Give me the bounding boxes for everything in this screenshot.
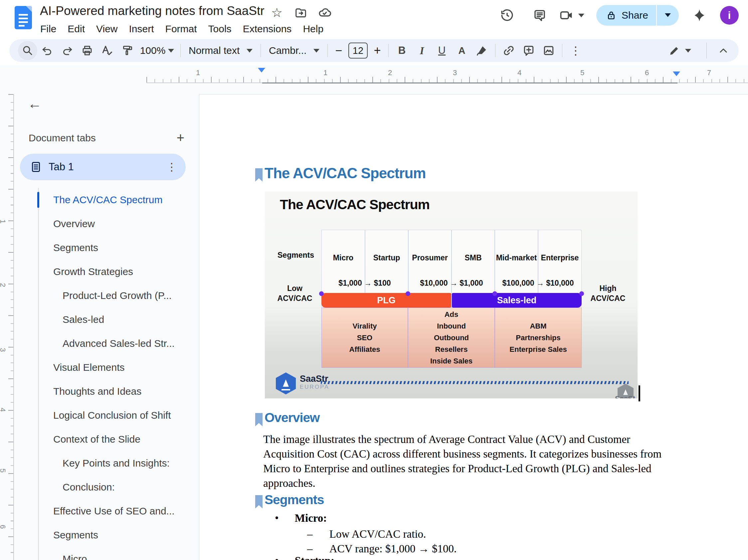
menu-file[interactable]: File bbox=[34, 21, 62, 37]
connector-dot bbox=[319, 291, 324, 296]
tab-options-kebab[interactable]: ⋮ bbox=[166, 161, 177, 173]
column-header: SMB bbox=[451, 253, 495, 262]
menu-help[interactable]: Help bbox=[297, 21, 329, 37]
gemini-sparkle-icon[interactable] bbox=[689, 5, 710, 26]
version-history-icon[interactable] bbox=[496, 5, 518, 26]
undo-button[interactable] bbox=[37, 41, 57, 60]
move-folder-icon[interactable] bbox=[294, 5, 308, 20]
outline-item[interactable]: Logical Conclusion of Shift bbox=[14, 404, 199, 427]
menu-tools[interactable]: Tools bbox=[203, 21, 237, 37]
outline-item[interactable]: Visual Elements bbox=[14, 356, 199, 380]
collapse-toolbar-button[interactable] bbox=[714, 41, 733, 60]
outline-item[interactable]: The ACV/CAC Spectrum bbox=[14, 188, 199, 212]
print-button[interactable] bbox=[77, 41, 97, 60]
document-title[interactable]: AI-Powered marketing notes from SaaStr bbox=[40, 4, 264, 18]
mid-strategies-box: Ads Inbound Outbound Resellers Inside Sa… bbox=[408, 308, 495, 368]
outline-item[interactable]: Sales-led bbox=[14, 308, 199, 332]
share-dropdown-caret[interactable] bbox=[657, 12, 679, 18]
formatting-toolbar: 100% Normal text Cambr... − 12 + B I U A bbox=[9, 39, 739, 62]
doc-heading-overview[interactable]: Overview bbox=[264, 410, 320, 425]
outline-item[interactable]: Advanced Sales-led Str... bbox=[14, 332, 199, 356]
add-comment-button[interactable] bbox=[519, 41, 539, 60]
paint-format-button[interactable] bbox=[117, 41, 137, 60]
document-page[interactable]: The ACV/CAC Spectrum The ACV/CAC Spectru… bbox=[199, 94, 748, 560]
sub-bullet-item[interactable]: – Low ACV/CAC ratio. bbox=[307, 528, 426, 540]
outline-item[interactable]: Key Points and Insights: bbox=[14, 451, 199, 475]
add-tab-button[interactable]: + bbox=[169, 130, 192, 145]
increase-font-size-button[interactable]: + bbox=[370, 41, 385, 60]
highlight-color-button[interactable] bbox=[472, 41, 492, 60]
menu-extensions[interactable]: Extensions bbox=[237, 21, 298, 37]
font-size-input[interactable]: 12 bbox=[348, 43, 368, 58]
column-header: Enterprise bbox=[538, 253, 582, 262]
outline-item[interactable]: Growth Strategies bbox=[14, 260, 199, 284]
insert-image-button[interactable] bbox=[539, 41, 559, 60]
doc-heading-acv-cac-spectrum[interactable]: The ACV/CAC Spectrum bbox=[264, 165, 426, 181]
ruler-number: 3 bbox=[0, 348, 7, 352]
dash-marker: – bbox=[307, 543, 313, 555]
embedded-slide-image[interactable]: The ACV/CAC Spectrum Segments Micro Star… bbox=[265, 192, 637, 398]
left-indent-marker[interactable] bbox=[258, 68, 265, 73]
menu-insert[interactable]: Insert bbox=[123, 21, 160, 37]
redo-button[interactable] bbox=[57, 41, 77, 60]
menu-format[interactable]: Format bbox=[160, 21, 203, 37]
outline-item[interactable]: Overview bbox=[14, 212, 199, 236]
outline-item[interactable]: Effective Use of SEO and... bbox=[14, 499, 199, 523]
outline-item[interactable]: Product-Led Growth (P... bbox=[14, 284, 199, 308]
spell-check-button[interactable] bbox=[97, 41, 117, 60]
lock-icon bbox=[606, 10, 617, 21]
body-text-line[interactable]: Acquisition Cost (CAC) across different … bbox=[263, 448, 661, 460]
outline-item[interactable]: Conclusion: bbox=[14, 475, 199, 499]
comments-icon[interactable] bbox=[529, 5, 551, 26]
text-color-button[interactable]: A bbox=[452, 41, 472, 60]
meet-presentation-control[interactable] bbox=[559, 8, 584, 23]
docs-logo-icon[interactable] bbox=[15, 6, 32, 29]
insert-link-button[interactable] bbox=[499, 41, 519, 60]
meet-dropdown-caret[interactable] bbox=[578, 14, 584, 17]
ruler-number: 1 bbox=[196, 69, 200, 77]
body-text-line[interactable]: The image illustrates the spectrum of Av… bbox=[263, 433, 630, 446]
body-text-line[interactable]: approaches. bbox=[263, 477, 315, 489]
acv-price-range: $100,000 → $10,000 bbox=[502, 279, 574, 288]
zoom-select[interactable]: 100% bbox=[137, 41, 177, 60]
cloud-saved-icon[interactable] bbox=[318, 5, 332, 20]
star-icon[interactable]: ☆ bbox=[270, 5, 284, 20]
body-text-line[interactable]: Micro to Enterprise and outlines strateg… bbox=[263, 463, 652, 475]
search-menus-button[interactable] bbox=[18, 41, 37, 60]
font-family-select[interactable]: Cambr... bbox=[264, 41, 324, 60]
ruler-number: 5 bbox=[580, 69, 584, 77]
more-toolbar-options-button[interactable]: ⋮ bbox=[566, 41, 586, 60]
bullet-item-startup[interactable]: • Startup: bbox=[275, 555, 334, 560]
outline-item[interactable]: Segments bbox=[14, 236, 199, 260]
menu-bar: File Edit View Insert Format Tools Exten… bbox=[34, 21, 329, 37]
menu-edit[interactable]: Edit bbox=[62, 21, 91, 37]
paragraph-style-select[interactable]: Normal text bbox=[184, 41, 257, 60]
bullet-marker: • bbox=[275, 512, 279, 524]
dash-marker: – bbox=[307, 528, 313, 540]
sub-bullet-item[interactable]: – ACV range: $1,000 → $100. bbox=[307, 543, 457, 555]
right-indent-marker[interactable] bbox=[673, 72, 680, 76]
doc-heading-segments[interactable]: Segments bbox=[264, 492, 324, 507]
outline-item[interactable]: Context of the Slide bbox=[14, 427, 199, 451]
ruler-number: 7 bbox=[707, 69, 711, 77]
outline-item[interactable]: Segments bbox=[14, 523, 199, 547]
connector-dot bbox=[405, 291, 410, 296]
outline-item[interactable]: Thoughts and Ideas bbox=[14, 380, 199, 404]
italic-button[interactable]: I bbox=[412, 41, 432, 60]
underline-button[interactable]: U bbox=[432, 41, 452, 60]
close-sidebar-button[interactable]: ← bbox=[25, 94, 44, 113]
share-button[interactable]: Share bbox=[596, 5, 679, 26]
decrease-font-size-button[interactable]: − bbox=[331, 41, 346, 60]
outline-item[interactable]: Micro bbox=[14, 547, 199, 560]
bookmark-icon bbox=[255, 413, 262, 426]
menu-view[interactable]: View bbox=[91, 21, 123, 37]
account-avatar[interactable]: i bbox=[720, 6, 739, 25]
bold-button[interactable]: B bbox=[392, 41, 412, 60]
connector-dot bbox=[492, 291, 497, 296]
editing-mode-select[interactable] bbox=[660, 41, 700, 60]
ruler-number: 6 bbox=[645, 69, 649, 77]
google-docs-app: AI-Powered marketing notes from SaaStr ☆… bbox=[0, 0, 748, 560]
tab-item-tab1[interactable]: Tab 1 ⋮ bbox=[20, 154, 186, 180]
bullet-item-micro[interactable]: • Micro: bbox=[275, 512, 327, 525]
acv-price-range: $10,000 → $1,000 bbox=[420, 279, 483, 288]
